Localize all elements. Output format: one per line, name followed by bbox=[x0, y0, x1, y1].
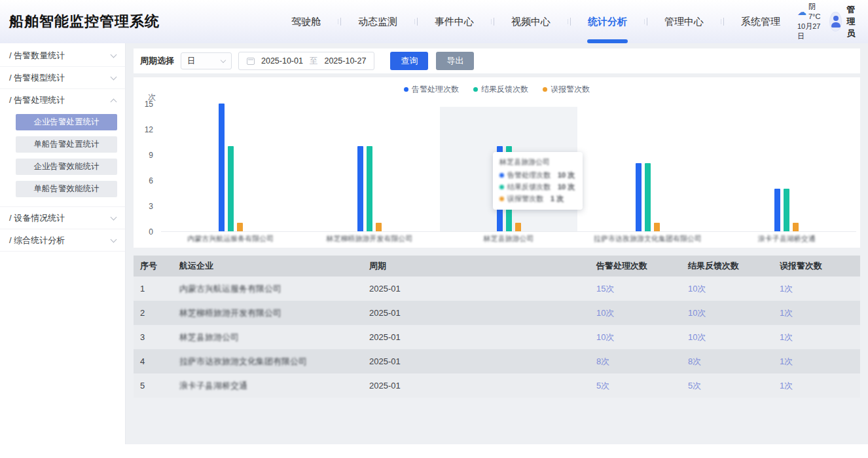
cell-false-alarm-link[interactable]: 1次 bbox=[780, 284, 793, 294]
col-header-feedback: 结果反馈次数 bbox=[681, 260, 773, 272]
sidebar-item-label: / 设备情况统计 bbox=[9, 212, 65, 224]
sidebar-item-label: / 告警处理统计 bbox=[9, 94, 65, 106]
sidebar-subitem-single-ship-alert-efficiency[interactable]: 单船告警效能统计 bbox=[16, 181, 117, 197]
cell-false-alarm-link[interactable]: 1次 bbox=[780, 332, 793, 342]
chart-panel: 告警处理次数 结果反馈次数 误报警次数 次 03691215 内蒙古兴航运服务有… bbox=[134, 77, 860, 248]
tooltip-dot-feedback bbox=[499, 185, 504, 189]
chevron-down-icon bbox=[111, 214, 117, 220]
calendar-icon bbox=[247, 58, 255, 65]
cell-company: 林芝柳梧旅游开发有限公司 bbox=[173, 307, 363, 319]
chart-bar[interactable] bbox=[228, 146, 234, 231]
x-axis-label: 浪卡子县湖桥交通 bbox=[721, 234, 852, 244]
chart-bar[interactable] bbox=[645, 163, 651, 231]
tooltip-label: 误报警次数 bbox=[507, 194, 543, 204]
main-nav: 驾驶舱 动态监测 事件中心 视频中心 统计分析 管理中心 系统管理 bbox=[274, 0, 797, 43]
sidebar-item-label: / 综合统计分析 bbox=[9, 235, 65, 246]
period-select-label: 周期选择 bbox=[140, 55, 174, 67]
legend-item-handled[interactable]: 告警处理次数 bbox=[404, 84, 459, 95]
col-header-false-alarm: 误报警次数 bbox=[773, 260, 860, 272]
x-axis-label: 林芝县旅游公司 bbox=[443, 234, 574, 244]
cell-feedback-link[interactable]: 10次 bbox=[688, 332, 706, 342]
chevron-up-icon bbox=[111, 98, 117, 105]
sidebar-subgroup: 企业告警处置统计 单船告警处置统计 企业告警效能统计 单船告警效能统计 bbox=[0, 111, 125, 207]
tooltip-label: 结果反馈次数 bbox=[507, 182, 551, 192]
cell-handled-link[interactable]: 10次 bbox=[596, 332, 614, 342]
cell-handled-link[interactable]: 10次 bbox=[596, 308, 614, 318]
date-separator: 至 bbox=[310, 56, 318, 67]
sidebar-item-alert-count-stats[interactable]: / 告警数量统计 bbox=[0, 45, 125, 67]
table-row: 4 拉萨市达孜旅游文化集团有限公司 2025-01 8次 8次 1次 bbox=[134, 349, 860, 373]
y-tick-label: 9 bbox=[134, 151, 153, 160]
user-avatar-icon bbox=[829, 12, 842, 31]
cell-company: 内蒙古兴航运服务有限公司 bbox=[173, 283, 363, 295]
chart-bar[interactable] bbox=[774, 189, 780, 231]
chart-bar[interactable] bbox=[367, 146, 372, 231]
sidebar: / 告警数量统计 / 告警模型统计 / 告警处理统计 企业告警处置统计 单船告警… bbox=[0, 43, 126, 444]
chevron-down-icon bbox=[111, 51, 117, 58]
cell-false-alarm-link[interactable]: 1次 bbox=[780, 381, 793, 391]
chart-tooltip: 林芝县旅游公司 告警处理次数 10 次 结果反馈次数 10 次 误报警次数 1 … bbox=[493, 152, 583, 210]
nav-item-dashboard[interactable]: 驾驶舱 bbox=[274, 0, 338, 43]
chart-bar[interactable] bbox=[219, 104, 225, 231]
nav-item-video-center[interactable]: 视频中心 bbox=[494, 0, 568, 43]
cell-feedback-link[interactable]: 8次 bbox=[688, 356, 701, 366]
cell-feedback-link[interactable]: 10次 bbox=[688, 308, 706, 318]
chart-bar[interactable] bbox=[654, 223, 660, 231]
cell-feedback-link[interactable]: 10次 bbox=[688, 284, 706, 294]
chevron-down-icon bbox=[111, 236, 117, 242]
cell-index: 2 bbox=[134, 308, 173, 318]
cell-period: 2025-01 bbox=[363, 381, 590, 391]
cell-company: 拉萨市达孜旅游文化集团有限公司 bbox=[173, 356, 363, 368]
cell-period: 2025-01 bbox=[363, 356, 590, 366]
weather-widget: ☁ 阴7°C 10月27日 bbox=[797, 2, 820, 41]
tooltip-row: 误报警次数 1 次 bbox=[499, 194, 575, 204]
cloud-icon: ☁ bbox=[797, 8, 806, 16]
chart-bar[interactable] bbox=[636, 163, 642, 231]
export-button[interactable]: 导出 bbox=[436, 52, 474, 70]
chart-bar[interactable] bbox=[515, 223, 521, 231]
date-start-value[interactable]: 2025-10-01 bbox=[261, 56, 303, 66]
chart-bar[interactable] bbox=[784, 189, 789, 231]
cell-handled-link[interactable]: 15次 bbox=[596, 284, 614, 294]
user-name: 管理员 bbox=[846, 4, 862, 39]
sidebar-item-alert-model-stats[interactable]: / 告警模型统计 bbox=[0, 67, 125, 89]
cell-feedback-link[interactable]: 5次 bbox=[688, 381, 701, 391]
sidebar-subitem-enterprise-alert-disposal[interactable]: 企业告警处置统计 bbox=[16, 114, 117, 130]
chart-bar[interactable] bbox=[376, 223, 382, 231]
tooltip-label: 告警处理次数 bbox=[507, 170, 551, 180]
sidebar-item-device-status-stats[interactable]: / 设备情况统计 bbox=[0, 207, 125, 229]
cell-false-alarm-link[interactable]: 1次 bbox=[780, 356, 793, 366]
chart-bar[interactable] bbox=[357, 146, 363, 231]
cell-handled-link[interactable]: 5次 bbox=[596, 381, 609, 391]
chart-bar[interactable] bbox=[793, 223, 799, 231]
sidebar-subitem-single-ship-alert-disposal[interactable]: 单船告警处置统计 bbox=[16, 136, 117, 153]
legend-item-feedback[interactable]: 结果反馈次数 bbox=[473, 84, 528, 95]
period-select-value: 日 bbox=[187, 56, 196, 67]
date-range-picker[interactable]: 2025-10-01 至 2025-10-27 bbox=[238, 52, 374, 70]
cell-index: 3 bbox=[134, 332, 173, 342]
cell-period: 2025-01 bbox=[363, 332, 590, 342]
weather-temp: 阴7°C bbox=[808, 2, 820, 22]
nav-item-system-management[interactable]: 系统管理 bbox=[724, 0, 797, 43]
period-select[interactable]: 日 bbox=[181, 52, 232, 69]
cell-company: 林芝县旅游公司 bbox=[173, 332, 363, 343]
sidebar-subitem-enterprise-alert-efficiency[interactable]: 企业告警效能统计 bbox=[16, 159, 117, 175]
query-button[interactable]: 查询 bbox=[390, 52, 428, 70]
nav-item-event-center[interactable]: 事件中心 bbox=[418, 0, 491, 43]
cell-false-alarm-link[interactable]: 1次 bbox=[780, 308, 793, 318]
date-end-value[interactable]: 2025-10-27 bbox=[324, 56, 366, 66]
col-header-handled: 告警处理次数 bbox=[590, 260, 681, 272]
sidebar-item-comprehensive-stats[interactable]: / 综合统计分析 bbox=[0, 229, 125, 252]
legend-item-false-alarm[interactable]: 误报警次数 bbox=[543, 84, 590, 95]
cell-handled-link[interactable]: 8次 bbox=[596, 356, 609, 366]
chart-bar[interactable] bbox=[237, 223, 243, 231]
nav-item-statistics[interactable]: 统计分析 bbox=[571, 0, 644, 43]
sidebar-item-alert-processing-stats[interactable]: / 告警处理统计 bbox=[0, 89, 125, 111]
nav-item-dynamic-monitoring[interactable]: 动态监测 bbox=[341, 0, 414, 43]
nav-item-management-center[interactable]: 管理中心 bbox=[647, 0, 721, 43]
tooltip-value: 1 次 bbox=[551, 194, 564, 204]
sidebar-item-label: / 告警模型统计 bbox=[9, 72, 65, 84]
user-menu[interactable]: 管理员 bbox=[829, 4, 862, 39]
chart-legend: 告警处理次数 结果反馈次数 误报警次数 bbox=[134, 84, 860, 95]
legend-label: 结果反馈次数 bbox=[481, 84, 528, 95]
